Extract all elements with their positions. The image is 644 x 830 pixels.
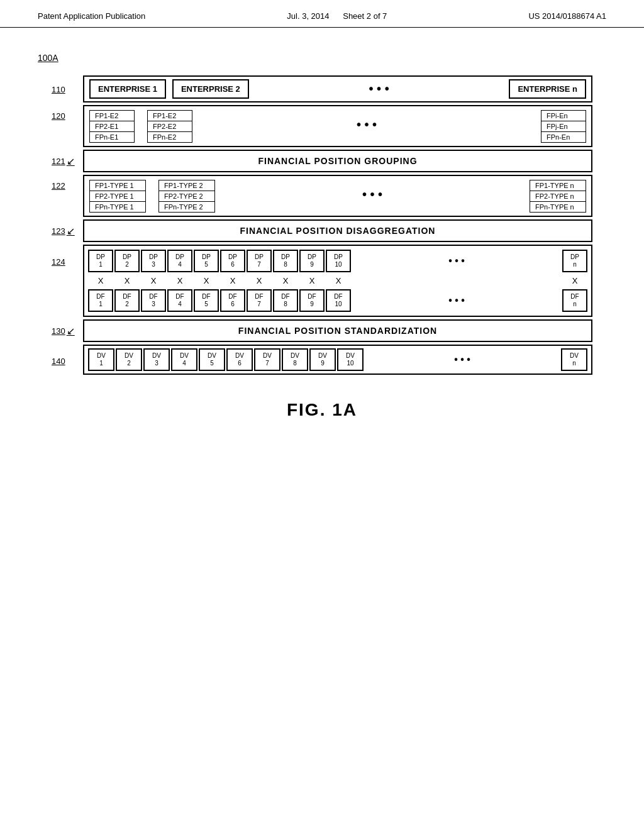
type-coln-item2: FPn-TYPE n xyxy=(530,201,586,213)
x-9: X xyxy=(299,275,325,287)
row-121: 121 ↙ FINANCIAL POSITION GROUPING xyxy=(52,150,592,172)
enterprise-container: ENTERPRISE 1 ENTERPRISE 2 • • • ENTERPRI… xyxy=(83,75,592,102)
dv-4: DV4 xyxy=(171,348,197,371)
dp-row: DP1 DP2 DP3 DP4 DP5 DP6 DP7 DP8 DP9 DP10… xyxy=(88,250,587,272)
type-col2-item0: FP1-TYPE 2 xyxy=(158,180,215,191)
df-3: DF3 xyxy=(141,289,166,312)
type-col1-item1: FP2-TYPE 1 xyxy=(89,191,146,202)
dp-4: DP4 xyxy=(167,250,192,272)
label-130: 130 ↙ xyxy=(52,325,83,337)
fp-coln: FPi-En FPj-En FPn-En xyxy=(541,110,586,142)
dots-122: • • • xyxy=(221,180,523,202)
label-123: 123 ↙ xyxy=(52,225,83,237)
dv-10: DV10 xyxy=(337,348,364,371)
x-7: X xyxy=(247,275,272,287)
dp-2: DP2 xyxy=(114,250,140,272)
page-header: Patent Application Publication Jul. 3, 2… xyxy=(0,0,644,28)
fp-col2-item1: FP2-E2 xyxy=(147,121,192,132)
row-140: 140 DV1 DV2 DV3 DV4 DV5 DV6 DV7 DV8 DV9 … xyxy=(52,345,592,375)
type-coln-item1: FP2-TYPE n xyxy=(530,191,586,202)
row-110: 110 ENTERPRISE 1 ENTERPRISE 2 • • • ENTE… xyxy=(52,75,592,102)
enterprise-n-box: ENTERPRISE n xyxy=(509,79,586,99)
df-n: DFn xyxy=(562,289,587,312)
fp-col2-item0: FP1-E2 xyxy=(147,110,192,121)
df-2: DF2 xyxy=(114,289,140,312)
type-col1-item2: FPn-TYPE 1 xyxy=(89,201,146,213)
header-date: Jul. 3, 2014 xyxy=(287,11,329,21)
dp-7: DP7 xyxy=(247,250,272,272)
dv-2: DV2 xyxy=(116,348,142,371)
diagram-outer: 110 ENTERPRISE 1 ENTERPRISE 2 • • • ENTE… xyxy=(52,75,592,375)
row-130: 130 ↙ FINANCIAL POSITION STANDARDIZATION xyxy=(52,319,592,342)
df-4: DF4 xyxy=(167,289,192,312)
fp-coln-item2: FPn-En xyxy=(541,131,586,143)
dots-110: • • • xyxy=(255,82,503,96)
type-coln-item0: FP1-TYPE n xyxy=(530,180,586,191)
dv-7: DV7 xyxy=(254,348,280,371)
dots-dp: • • • xyxy=(352,255,561,267)
df-8: DF8 xyxy=(273,289,298,312)
enterprise-2-box: ENTERPRISE 2 xyxy=(172,79,249,99)
dv-container: DV1 DV2 DV3 DV4 DV5 DV6 DV7 DV8 DV9 DV10… xyxy=(83,345,592,375)
section-130-box: FINANCIAL POSITION STANDARDIZATION xyxy=(83,319,592,342)
dots-120: • • • xyxy=(199,110,535,132)
fp-col2-item2: FPn-E2 xyxy=(147,131,192,143)
df-10: DF10 xyxy=(326,289,351,312)
dp-df-container: DP1 DP2 DP3 DP4 DP5 DP6 DP7 DP8 DP9 DP10… xyxy=(83,245,592,317)
dv-8: DV8 xyxy=(282,348,308,371)
label-121: 121 ↙ xyxy=(52,155,83,167)
type-col1: FP1-TYPE 1 FP2-TYPE 1 FPn-TYPE 1 xyxy=(89,180,146,212)
type-col2: FP1-TYPE 2 FP2-TYPE 2 FPn-TYPE 2 xyxy=(158,180,215,212)
fp-col1-item1: FP2-E1 xyxy=(89,121,135,132)
x-1: X xyxy=(88,275,113,287)
section-123-box: FINANCIAL POSITION DISAGGREGATION xyxy=(83,219,592,242)
x-6: X xyxy=(220,275,245,287)
x-row: X X X X X X X X X X X xyxy=(88,275,587,287)
dp-6: DP6 xyxy=(220,250,245,272)
dp-10: DP10 xyxy=(326,250,351,272)
label-124: 124 xyxy=(52,245,83,267)
type-coln: FP1-TYPE n FP2-TYPE n FPn-TYPE n xyxy=(530,180,586,212)
dp-3: DP3 xyxy=(141,250,166,272)
main-label: 100A xyxy=(38,53,606,63)
df-row: DF1 DF2 DF3 DF4 DF5 DF6 DF7 DF8 DF9 DF10… xyxy=(88,289,587,312)
label-120: 120 xyxy=(52,105,83,121)
dots-dv: • • • xyxy=(365,354,560,365)
df-7: DF7 xyxy=(247,289,272,312)
label-110: 110 xyxy=(52,84,83,94)
label-140: 140 xyxy=(52,354,83,366)
dp-5: DP5 xyxy=(194,250,219,272)
fp-coln-item0: FPi-En xyxy=(541,110,586,121)
df-6: DF6 xyxy=(220,289,245,312)
fp-col1: FP1-E2 FP2-E1 FPn-E1 xyxy=(89,110,135,142)
x-3: X xyxy=(141,275,166,287)
dp-9: DP9 xyxy=(299,250,325,272)
fp-container: FP1-E2 FP2-E1 FPn-E1 FP1-E2 FP2-E2 FPn-E… xyxy=(83,105,592,147)
row-123: 123 ↙ FINANCIAL POSITION DISAGGREGATION xyxy=(52,219,592,242)
dp-1: DP1 xyxy=(88,250,113,272)
row-124: 124 DP1 DP2 DP3 DP4 DP5 DP6 DP7 DP8 DP9 … xyxy=(52,245,592,317)
header-sheet: Sheet 2 of 7 xyxy=(343,11,387,21)
figure-caption: FIG. 1A xyxy=(38,400,606,420)
type-col2-item2: FPn-TYPE 2 xyxy=(158,201,215,213)
type-container: FP1-TYPE 1 FP2-TYPE 1 FPn-TYPE 1 FP1-TYP… xyxy=(83,175,592,217)
dv-6: DV6 xyxy=(226,348,253,371)
x-10: X xyxy=(326,275,351,287)
fp-col2: FP1-E2 FP2-E2 FPn-E2 xyxy=(147,110,192,142)
x-n: X xyxy=(562,275,587,287)
dv-3: DV3 xyxy=(143,348,170,371)
label-122: 122 xyxy=(52,175,83,191)
df-5: DF5 xyxy=(194,289,219,312)
dv-5: DV5 xyxy=(199,348,225,371)
dv-1: DV1 xyxy=(88,348,114,371)
fp-col1-item0: FP1-E2 xyxy=(89,110,135,121)
x-8: X xyxy=(273,275,298,287)
type-col2-item1: FP2-TYPE 2 xyxy=(158,191,215,202)
section-121-box: FINANCIAL POSITION GROUPING xyxy=(83,150,592,172)
dp-n: DPn xyxy=(562,250,587,272)
dv-n: DVn xyxy=(561,348,587,371)
dv-9: DV9 xyxy=(309,348,336,371)
x-4: X xyxy=(167,275,192,287)
fp-col1-item2: FPn-E1 xyxy=(89,131,135,143)
df-1: DF1 xyxy=(88,289,113,312)
